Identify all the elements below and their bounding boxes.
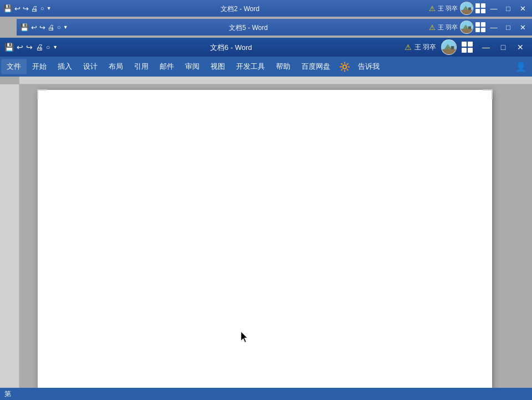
windows-icon-doc2[interactable]	[475, 3, 485, 13]
close-btn-doc5[interactable]: ✕	[516, 23, 529, 32]
lightbulb-icon[interactable]: 🔆	[336, 59, 354, 75]
titlebar-title-doc2: 文档2 - Word	[221, 5, 259, 13]
window-doc5[interactable]: 💾 ↩ ↪ 🖨 ○ ▼ 文档5 - Word ⚠ 王 羽卒 — □ ✕	[17, 19, 532, 36]
circle-icon-2[interactable]: ○	[57, 24, 61, 31]
print-icon-2[interactable]: 🖨	[48, 23, 55, 32]
status-bar: 第	[0, 388, 532, 400]
corner-mark-tr	[483, 89, 493, 99]
maximize-btn-doc5[interactable]: □	[502, 23, 514, 32]
titlebar-doc5: 💾 ↩ ↪ 🖨 ○ ▼ 文档5 - Word ⚠ 王 羽卒 — □ ✕	[17, 19, 532, 36]
print-icon-3[interactable]: 🖨	[35, 43, 43, 52]
windows-icon-doc6[interactable]	[462, 42, 473, 53]
maximize-btn-doc2[interactable]: □	[502, 4, 514, 13]
document-page[interactable]	[38, 90, 492, 389]
save-icon[interactable]: 💾	[3, 4, 12, 13]
ruler-vertical	[0, 84, 19, 388]
user-search-icon[interactable]: 👤	[511, 59, 531, 75]
page-status: 第	[4, 389, 11, 399]
maximize-btn-doc6[interactable]: □	[496, 43, 510, 52]
menu-file[interactable]: 文件	[1, 59, 27, 74]
username-doc6: 王 羽卒	[415, 43, 436, 52]
titlebar-title-doc6: 文档6 - Word	[210, 43, 252, 52]
dropdown-icon-3[interactable]: ▼	[53, 44, 58, 50]
menu-review[interactable]: 审阅	[180, 59, 205, 74]
window-doc6[interactable]: 💾 ↩ ↪ 🖨 ○ ▼ 文档6 - Word ⚠ 王 羽卒 — □ ✕ 文件 开…	[0, 38, 532, 400]
titlebar-doc6: 💾 ↩ ↪ 🖨 ○ ▼ 文档6 - Word ⚠ 王 羽卒 — □ ✕	[0, 38, 532, 57]
close-btn-doc2[interactable]: ✕	[516, 4, 529, 13]
menu-references[interactable]: 引用	[129, 59, 154, 74]
username-doc5: 王 羽卒	[438, 23, 458, 32]
print-icon[interactable]: 🖨	[31, 4, 38, 13]
menu-developer[interactable]: 开发工具	[231, 59, 270, 74]
menu-mail[interactable]: 邮件	[154, 59, 180, 74]
minimize-btn-doc6[interactable]: —	[479, 43, 493, 52]
undo-icon-3[interactable]: ↩	[17, 43, 23, 52]
dropdown-icon-2[interactable]: ▼	[63, 24, 68, 30]
window-doc2[interactable]: 💾 ↩ ↪ 🖨 ○ ▼ 文档2 - Word ⚠ 王 羽卒 — □ ✕	[0, 0, 532, 17]
username-doc2: 王 羽卒	[438, 4, 458, 13]
save-icon-2[interactable]: 💾	[20, 23, 29, 32]
close-btn-doc6[interactable]: ✕	[513, 43, 528, 52]
doc-area: 第	[0, 77, 532, 400]
titlebar-title-doc5: 文档5 - Word	[229, 24, 268, 32]
warn-icon-doc5: ⚠	[429, 23, 436, 32]
menu-layout[interactable]: 布局	[103, 59, 129, 74]
redo-icon-3[interactable]: ↪	[26, 43, 33, 52]
warn-icon-doc6: ⚠	[405, 43, 412, 52]
menu-help[interactable]: 帮助	[270, 59, 296, 74]
menu-baidu[interactable]: 百度网盘	[296, 59, 336, 74]
menu-view[interactable]: 视图	[205, 59, 231, 74]
avatar-doc6	[441, 39, 457, 55]
save-icon-3[interactable]: 💾	[4, 43, 14, 52]
minimize-btn-doc5[interactable]: —	[488, 23, 500, 32]
redo-icon-2[interactable]: ↪	[39, 23, 45, 32]
redo-icon[interactable]: ↪	[23, 4, 29, 13]
circle-icon-3[interactable]: ○	[46, 43, 50, 51]
corner-mark-tl	[37, 89, 47, 99]
menu-design[interactable]: 设计	[78, 59, 103, 74]
tell-me[interactable]: 告诉我	[354, 59, 384, 74]
warn-icon-doc2: ⚠	[429, 4, 436, 13]
menu-bar: 文件 开始 插入 设计 布局 引用 邮件 审阅 视图 开发工具 帮助 百度网盘 …	[0, 57, 532, 77]
undo-icon-2[interactable]: ↩	[31, 23, 37, 32]
avatar-doc2	[460, 2, 473, 15]
undo-icon[interactable]: ↩	[14, 4, 21, 13]
windows-icon-doc5[interactable]	[475, 22, 485, 32]
circle-icon[interactable]: ○	[40, 5, 44, 12]
minimize-btn-doc2[interactable]: —	[488, 4, 500, 13]
menu-insert[interactable]: 插入	[52, 59, 78, 74]
ruler-horizontal	[19, 77, 532, 84]
titlebar-doc2: 💾 ↩ ↪ 🖨 ○ ▼ 文档2 - Word ⚠ 王 羽卒 — □ ✕	[0, 0, 532, 17]
dropdown-icon[interactable]: ▼	[47, 6, 52, 11]
avatar-doc5	[460, 21, 473, 34]
menu-start[interactable]: 开始	[27, 59, 52, 74]
